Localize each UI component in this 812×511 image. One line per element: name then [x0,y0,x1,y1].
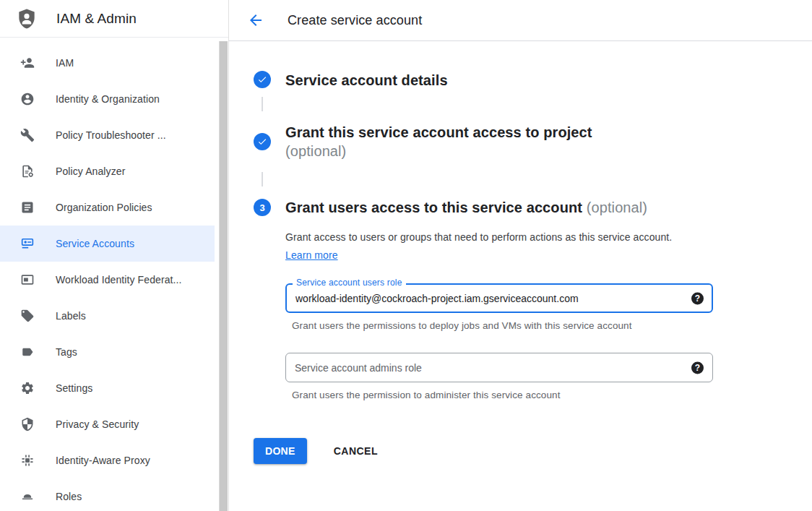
step-3-body: Grant access to users or groups that nee… [285,228,812,401]
sidebar-item-label: Labels [56,310,86,322]
step-2: Grant this service account access to pro… [254,123,812,160]
service-account-admins-role-input[interactable] [285,353,713,382]
sidebar-item-label: Identity-Aware Proxy [56,455,150,466]
step-1-title: Service account details [285,71,448,90]
sidebar-item-label: Privacy & Security [56,418,139,430]
label-arrow-icon [20,345,35,359]
sidebar-item-label: Identity & Organization [56,93,160,105]
main-area: Create service account Service account d… [229,0,812,511]
users-role-helper-text: Grant users the permissions to deploy jo… [292,319,812,332]
admins-role-field-wrap: ? [285,353,713,382]
page-title: Create service account [288,13,422,28]
action-buttons: DONE CANCEL [254,438,812,464]
wrench-icon [20,128,35,142]
tag-icon [20,309,35,323]
learn-more-link[interactable]: Learn more [285,249,338,261]
admins-role-helper-text: Grant users the permission to administer… [292,389,812,401]
gear-icon [20,381,35,395]
roles-hat-icon [20,489,35,504]
users-role-field-label: Service account users role [293,278,406,288]
step-3-optional-label: (optional) [587,199,647,215]
sidebar-title: IAM & Admin [56,11,137,27]
sidebar-item-iam[interactable]: IAM [0,45,215,81]
cancel-button[interactable]: CANCEL [329,439,382,463]
step-2-optional-label: (optional) [285,142,592,160]
proxy-icon [20,453,35,468]
sidebar-item-settings[interactable]: Settings [0,370,215,406]
policy-analyzer-icon [20,164,35,179]
sidebar-header: IAM & Admin [0,0,228,38]
sidebar-item-privacy-security[interactable]: Privacy & Security [0,406,215,442]
page-header: Create service account [229,0,812,41]
step-1-check-icon [254,71,271,88]
service-account-icon [20,236,35,251]
sidebar-scrollbar[interactable] [219,41,228,511]
step-3-number-badge: 3 [254,199,271,216]
step-3-number: 3 [259,202,264,213]
sidebar-item-policy-troubleshooter[interactable]: Policy Troubleshooter ... [0,117,215,153]
iam-shield-icon [14,7,39,31]
users-role-field-wrap: Service account users role ? [285,283,713,313]
sidebar-item-organization-policies[interactable]: Organization Policies [0,189,215,226]
sidebar-item-identity-aware-proxy[interactable]: Identity-Aware Proxy [0,442,215,478]
account-circle-icon [20,92,35,106]
help-icon[interactable]: ? [691,361,704,374]
sidebar: IAM & Admin IAM Identity & Organization [0,0,228,511]
security-shield-icon [20,417,35,431]
sidebar-item-label: IAM [56,57,74,69]
sidebar-item-label: Settings [56,382,92,394]
sidebar-item-label: Policy Troubleshooter ... [56,129,166,141]
sidebar-item-roles[interactable]: Roles [0,478,215,511]
done-button[interactable]: DONE [254,438,307,464]
sidebar-item-labels[interactable]: Labels [0,298,215,334]
step-3-title-text: Grant users access to this service accou… [285,199,582,215]
sidebar-item-label: Roles [56,491,82,502]
step-3: 3 Grant users access to this service acc… [254,198,812,217]
help-icon[interactable]: ? [691,292,704,304]
sidebar-body: IAM Identity & Organization Policy Troub… [0,38,228,511]
step-2-check-icon [254,133,271,150]
sidebar-item-workload-identity-federation[interactable]: Workload Identity Federat... [0,262,215,298]
membership-card-icon [20,272,35,287]
step-connector [262,172,263,186]
sidebar-item-tags[interactable]: Tags [0,334,215,370]
sidebar-item-service-accounts[interactable]: Service Accounts [0,226,215,262]
step-1: Service account details [254,71,812,90]
description-text: Grant access to users or groups that nee… [285,231,672,243]
step-connector [262,97,263,111]
sidebar-nav: IAM Identity & Organization Policy Troub… [0,38,228,511]
person-add-icon [20,56,35,70]
step-2-title-text: Grant this service account access to pro… [285,124,592,140]
sidebar-item-identity-organization[interactable]: Identity & Organization [0,81,215,117]
wizard-content: Service account details Grant this servi… [229,41,812,464]
sidebar-item-policy-analyzer[interactable]: Policy Analyzer [0,153,215,189]
back-arrow-icon[interactable] [246,11,265,30]
sidebar-item-label: Workload Identity Federat... [56,274,182,285]
sidebar-item-label: Policy Analyzer [56,166,125,177]
article-icon [20,200,35,215]
sidebar-item-label: Tags [56,346,77,358]
app-window: IAM & Admin IAM Identity & Organization [0,0,812,511]
sidebar-item-label: Service Accounts [56,238,134,249]
step-2-title: Grant this service account access to pro… [285,123,592,160]
step-3-title: Grant users access to this service accou… [285,198,647,217]
step-3-description: Grant access to users or groups that nee… [285,228,681,265]
sidebar-item-label: Organization Policies [56,202,152,213]
